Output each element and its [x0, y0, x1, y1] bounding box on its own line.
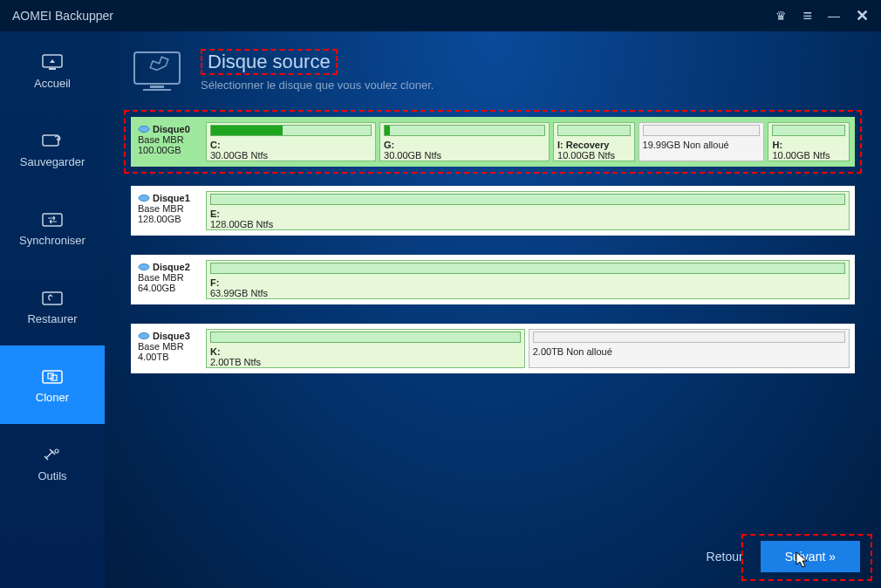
disk-size: 4.00TB	[138, 352, 201, 362]
sidebar: Accueil Sauvegarder Synchroniser Restaur…	[0, 31, 105, 588]
disk-type: Base MBR	[138, 134, 201, 145]
disk-type: Base MBR	[138, 272, 201, 283]
app-title: AOMEI Backupper	[12, 9, 775, 23]
svg-point-15	[139, 333, 149, 339]
partition-info: 2.00TB Ntfs	[210, 357, 521, 367]
svg-rect-5	[43, 371, 62, 383]
disk-row[interactable]: Disque3 Base MBR 4.00TB K: 2.00TB Ntfs 2…	[131, 324, 855, 373]
backup-icon	[41, 131, 64, 150]
svg-rect-7	[51, 375, 57, 380]
partition-info: 10.00GB Ntfs	[772, 150, 845, 161]
sidebar-item-sync[interactable]: Synchroniser	[0, 188, 105, 267]
sidebar-item-home[interactable]: Accueil	[0, 31, 105, 110]
upgrade-icon[interactable]: ♛	[775, 9, 787, 23]
svg-rect-4	[43, 292, 62, 304]
restore-icon	[41, 288, 64, 307]
svg-point-8	[55, 449, 58, 453]
partition-label: I: Recovery	[557, 140, 631, 150]
partition-info: 30.00GB Ntfs	[384, 150, 545, 161]
partition[interactable]: F: 63.99GB Ntfs	[206, 260, 850, 299]
disk-row-wrap: Disque0 Base MBR 100.00GB C: 30.00GB Ntf…	[131, 117, 855, 167]
sidebar-item-label: Synchroniser	[19, 234, 85, 247]
disk-meta: Disque1 Base MBR 128.00GB	[136, 191, 202, 230]
next-button[interactable]: Suivant »	[761, 541, 860, 572]
close-icon[interactable]: ✕	[856, 6, 869, 25]
disk-row[interactable]: Disque0 Base MBR 100.00GB C: 30.00GB Ntf…	[131, 117, 855, 167]
svg-rect-10	[150, 85, 164, 88]
partition-unallocated[interactable]: 2.00TB Non alloué	[529, 329, 850, 368]
disk-icon	[138, 194, 150, 202]
page-title: Disque source	[201, 49, 338, 75]
partition-label: G:	[384, 140, 545, 150]
disk-icon	[138, 263, 150, 271]
sidebar-item-tools[interactable]: Outils	[0, 424, 105, 503]
sidebar-item-label: Restaurer	[27, 312, 77, 325]
disk-name: Disque1	[153, 193, 190, 203]
disk-partitions: K: 2.00TB Ntfs 2.00TB Non alloué	[206, 329, 850, 368]
disk-size: 64.00GB	[138, 283, 201, 293]
svg-rect-6	[48, 373, 53, 379]
disk-type: Base MBR	[138, 203, 201, 214]
partition[interactable]: K: 2.00TB Ntfs	[206, 329, 525, 368]
partition-label: H:	[772, 140, 845, 150]
partition-info: 19.99GB Non alloué	[643, 140, 761, 150]
partition-label: E:	[210, 209, 845, 219]
page-header: Disque source Sélectionner le disque que…	[131, 49, 855, 96]
svg-rect-11	[143, 89, 171, 91]
disk-meta: Disque0 Base MBR 100.00GB	[136, 122, 202, 161]
clone-icon	[41, 366, 64, 386]
partition[interactable]: G: 30.00GB Ntfs	[379, 122, 550, 161]
disk-size: 128.00GB	[138, 214, 201, 224]
partition-info: 128.00GB Ntfs	[210, 219, 845, 229]
disk-icon	[138, 125, 150, 133]
partition-info: 2.00TB Non alloué	[533, 346, 845, 357]
disk-type: Base MBR	[138, 341, 201, 352]
disk-meta: Disque2 Base MBR 64.00GB	[136, 260, 202, 299]
tools-icon	[41, 445, 64, 464]
partition[interactable]: C: 30.00GB Ntfs	[206, 122, 376, 161]
menu-icon[interactable]: ≡	[802, 7, 812, 25]
back-button[interactable]: Retour	[707, 550, 743, 564]
disk-size: 100.00GB	[138, 145, 201, 155]
svg-rect-1	[49, 68, 56, 70]
disk-partitions: F: 63.99GB Ntfs	[206, 260, 850, 299]
svg-rect-9	[134, 52, 180, 84]
sidebar-item-label: Sauvegarder	[20, 155, 85, 168]
svg-rect-3	[43, 214, 62, 226]
footer: Retour Suivant »	[707, 541, 860, 572]
sidebar-item-label: Accueil	[34, 77, 71, 90]
disk-name: Disque2	[153, 262, 190, 272]
main-panel: Disque source Sélectionner le disque que…	[105, 31, 881, 588]
disk-icon	[138, 332, 150, 340]
svg-point-12	[139, 126, 149, 133]
partition-info: 30.00GB Ntfs	[210, 150, 372, 161]
disk-meta: Disque3 Base MBR 4.00TB	[136, 329, 202, 368]
sidebar-item-label: Cloner	[36, 391, 69, 404]
sidebar-item-backup[interactable]: Sauvegarder	[0, 110, 105, 188]
disk-partitions: C: 30.00GB Ntfs G: 30.00GB Ntfs I: Recov…	[206, 122, 850, 161]
partition[interactable]: E: 128.00GB Ntfs	[206, 191, 850, 230]
titlebar: AOMEI Backupper ♛ ≡ — ✕	[0, 0, 881, 31]
partition-label: F:	[210, 277, 845, 288]
disk-name: Disque3	[153, 331, 190, 341]
disk-row[interactable]: Disque1 Base MBR 128.00GB E: 128.00GB Nt…	[131, 186, 855, 236]
disk-name: Disque0	[153, 124, 190, 134]
disk-row[interactable]: Disque2 Base MBR 64.00GB F: 63.99GB Ntfs	[131, 255, 855, 304]
svg-point-14	[139, 264, 149, 270]
sidebar-item-clone[interactable]: Cloner	[0, 345, 105, 424]
svg-point-13	[139, 195, 149, 202]
partition[interactable]: H: 10.00GB Ntfs	[768, 122, 850, 161]
partition-unallocated[interactable]: 19.99GB Non alloué	[639, 122, 765, 161]
home-icon	[41, 52, 64, 72]
partition-info: 63.99GB Ntfs	[210, 288, 845, 298]
sidebar-item-restore[interactable]: Restaurer	[0, 267, 105, 345]
sync-icon	[41, 209, 64, 229]
window-controls: ♛ ≡ — ✕	[775, 6, 869, 25]
screen-icon	[131, 49, 183, 96]
partition[interactable]: I: Recovery 10.00GB Ntfs	[553, 122, 635, 161]
partition-label: K:	[210, 346, 521, 357]
sidebar-item-label: Outils	[38, 469, 66, 482]
page-subtitle: Sélectionner le disque que vous voulez c…	[201, 79, 434, 92]
minimize-icon[interactable]: —	[828, 9, 840, 23]
disk-partitions: E: 128.00GB Ntfs	[206, 191, 850, 230]
